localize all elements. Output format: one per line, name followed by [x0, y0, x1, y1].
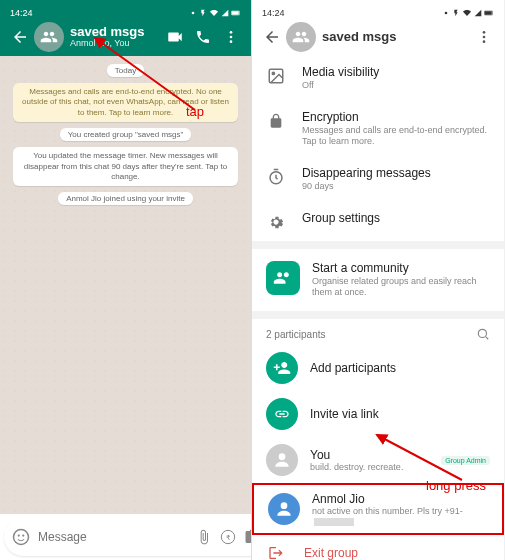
encryption-row[interactable]: EncryptionMessages and calls are end-to-…	[252, 101, 504, 157]
status-bar: 14:24	[0, 4, 251, 22]
lock-icon	[266, 111, 286, 131]
status-icons	[189, 9, 241, 17]
voice-call-icon[interactable]	[189, 23, 217, 51]
svg-point-21	[478, 329, 486, 337]
svg-point-22	[279, 453, 286, 460]
message-input[interactable]	[38, 530, 188, 544]
joined-pill: Anmol Jio joined using your invite	[58, 192, 193, 205]
chat-body: Today Messages and calls are end-to-end …	[0, 56, 251, 514]
more-icon[interactable]	[470, 23, 498, 51]
svg-point-19	[272, 72, 274, 74]
svg-point-8	[22, 534, 24, 536]
rupee-icon[interactable]: ₹	[220, 529, 236, 545]
svg-text:₹: ₹	[226, 533, 231, 542]
status-time-right: 14:24	[262, 8, 285, 18]
svg-point-0	[192, 12, 195, 15]
member-anmol[interactable]: Anmol Jionot active on this number. Pls …	[252, 483, 504, 535]
input-bar: ₹	[4, 518, 247, 556]
community-row[interactable]: Start a communityOrganise related groups…	[252, 249, 504, 311]
chat-screen: 14:24 saved msgs Anmol Jio, You	[0, 0, 252, 560]
svg-point-23	[281, 502, 288, 509]
svg-point-7	[18, 534, 20, 536]
status-time: 14:24	[10, 8, 33, 18]
message-input-box[interactable]: ₹	[4, 518, 252, 556]
timer-icon	[266, 167, 286, 187]
svg-point-4	[230, 36, 233, 39]
member-you[interactable]: Youbuild. destroy. recreate. Group Admin	[252, 437, 504, 483]
group-avatar[interactable]	[34, 22, 64, 52]
date-pill: Today	[107, 64, 144, 77]
svg-point-5	[230, 40, 233, 43]
info-title: saved msgs	[322, 30, 470, 44]
svg-point-6	[14, 530, 29, 545]
back-icon[interactable]	[258, 23, 286, 51]
svg-point-12	[445, 12, 448, 15]
add-participants-row[interactable]: Add participants	[252, 345, 504, 391]
svg-point-16	[483, 36, 486, 39]
encryption-notice[interactable]: Messages and calls are end-to-end encryp…	[13, 83, 238, 122]
settings-body: Media visibilityOff EncryptionMessages a…	[252, 56, 504, 560]
chat-subtitle: Anmol Jio, You	[70, 39, 161, 49]
attach-icon[interactable]	[196, 529, 212, 545]
chat-title-block[interactable]: saved msgs Anmol Jio, You	[70, 25, 161, 49]
emoji-icon[interactable]	[12, 528, 30, 546]
avatar	[268, 493, 300, 525]
add-icon	[266, 352, 298, 384]
group-avatar[interactable]	[286, 22, 316, 52]
timer-pill[interactable]: You updated the message timer. New messa…	[13, 147, 238, 186]
disappearing-row[interactable]: Disappearing messages90 days	[252, 157, 504, 202]
search-icon[interactable]	[476, 327, 490, 341]
created-pill: You created group "saved msgs"	[60, 128, 192, 141]
gear-icon	[266, 212, 286, 232]
exit-icon	[266, 545, 286, 560]
link-icon	[266, 398, 298, 430]
exit-group-row[interactable]: Exit group	[252, 535, 504, 560]
svg-rect-14	[485, 12, 492, 15]
chat-title: saved msgs	[70, 25, 161, 39]
image-icon	[266, 66, 286, 86]
svg-rect-2	[232, 12, 239, 15]
group-info-screen: 14:24 saved msgs Media visibilityOff	[252, 0, 504, 560]
group-settings-row[interactable]: Group settings	[252, 202, 504, 241]
avatar	[266, 444, 298, 476]
community-icon	[266, 261, 300, 295]
media-visibility-row[interactable]: Media visibilityOff	[252, 56, 504, 101]
svg-point-17	[483, 40, 486, 43]
invite-link-row[interactable]: Invite via link	[252, 391, 504, 437]
svg-point-15	[483, 31, 486, 34]
video-call-icon[interactable]	[161, 23, 189, 51]
admin-badge: Group Admin	[441, 456, 490, 465]
participants-header: 2 participants	[252, 319, 504, 345]
camera-icon[interactable]	[244, 528, 252, 546]
more-icon[interactable]	[217, 23, 245, 51]
svg-point-3	[230, 31, 233, 34]
back-icon[interactable]	[6, 23, 34, 51]
status-bar-right: 14:24	[252, 4, 504, 22]
status-icons-right	[442, 9, 494, 17]
